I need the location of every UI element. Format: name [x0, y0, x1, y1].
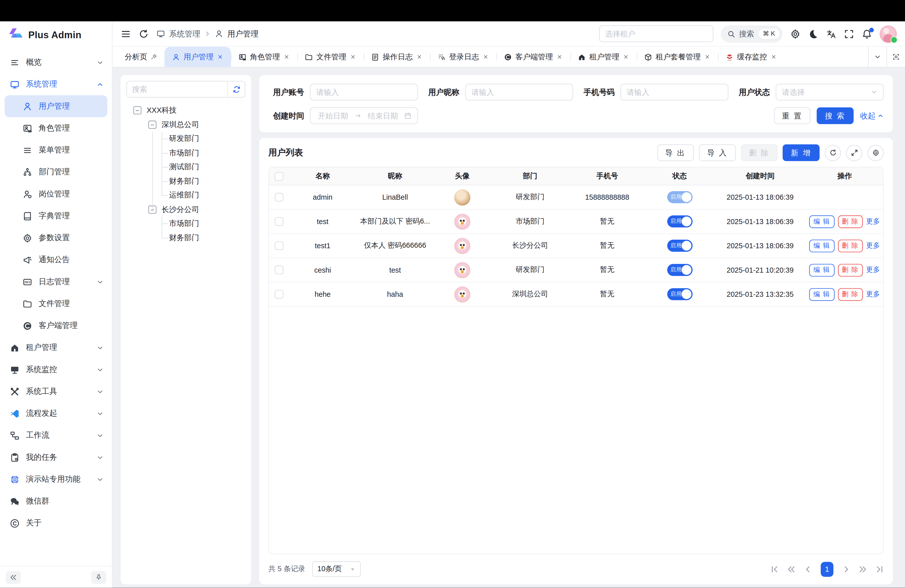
sidebar-item-流程发起[interactable]: 流程发起 — [0, 402, 112, 424]
tree-node-研发部门[interactable]: 研发部门 — [127, 132, 245, 146]
dark-mode-moon-icon[interactable] — [808, 29, 818, 39]
tab-租户套餐管理[interactable]: 租户套餐管理 — [637, 47, 718, 67]
tenant-select-input[interactable] — [599, 25, 713, 42]
edit-button[interactable]: 编 辑 — [810, 264, 834, 277]
tab-分析页[interactable]: 分析页 — [117, 47, 164, 67]
row-checkbox[interactable] — [275, 265, 283, 274]
status-toggle[interactable]: 启用 — [667, 288, 692, 300]
table-fullscreen-button[interactable] — [846, 145, 862, 161]
delete-row-button[interactable]: 删 除 — [838, 215, 862, 228]
tree-search-input[interactable] — [127, 85, 227, 93]
sidebar-item-系统监控[interactable]: 系统监控 — [0, 359, 112, 380]
tab-客户端管理[interactable]: 客户端管理 — [496, 47, 570, 67]
sidebar-item-关于[interactable]: 关于 — [0, 512, 112, 534]
more-actions-link[interactable]: 更多 — [866, 265, 880, 275]
status-toggle[interactable]: 启用 — [667, 215, 692, 227]
sidebar-item-系统工具[interactable]: 系统工具 — [0, 380, 112, 402]
prev-page-button[interactable] — [804, 565, 812, 573]
collapse-filters-link[interactable]: 收起 — [860, 111, 884, 121]
row-checkbox[interactable] — [275, 242, 283, 250]
close-tab-icon[interactable] — [770, 54, 777, 60]
phone-input[interactable] — [621, 84, 728, 100]
tab-文件管理[interactable]: 文件管理 — [297, 47, 364, 67]
sidebar-item-文件管理[interactable]: 文件管理 — [0, 293, 112, 315]
sidebar-item-岗位管理[interactable]: 岗位管理 — [0, 183, 112, 205]
edit-button[interactable]: 编 辑 — [810, 215, 834, 228]
delete-row-button[interactable]: 删 除 — [838, 264, 862, 277]
tab-缓存监控[interactable]: redis缓存监控 — [718, 47, 784, 67]
sidebar-item-演示站专用功能[interactable]: 演示站专用功能 — [0, 468, 112, 490]
close-tab-icon[interactable] — [283, 54, 290, 60]
sidebar-item-概览[interactable]: 概览 — [0, 51, 112, 73]
language-translate-icon[interactable] — [826, 29, 836, 39]
page-size-select[interactable]: 10条/页 — [312, 561, 361, 577]
prev-group-button[interactable] — [788, 565, 795, 573]
edit-button[interactable]: 编 辑 — [810, 240, 834, 252]
tree-node-市场部门[interactable]: 市场部门 — [127, 216, 245, 230]
sidebar-item-我的任务[interactable]: 我的任务 — [0, 447, 112, 468]
tree-node-测试部门[interactable]: 测试部门 — [127, 160, 245, 174]
delete-row-button[interactable]: 删 除 — [838, 288, 862, 301]
more-actions-link[interactable]: 更多 — [866, 241, 880, 251]
row-checkbox[interactable] — [275, 193, 283, 202]
sidebar-pin-button[interactable] — [91, 571, 106, 584]
select-all-checkbox[interactable] — [275, 172, 283, 180]
tree-collapse-icon[interactable]: − — [133, 106, 141, 114]
sidebar-item-日志管理[interactable]: DEV日志管理 — [0, 271, 112, 293]
tabs-dropdown-button[interactable] — [868, 47, 886, 67]
tree-node-深圳总公司[interactable]: −深圳总公司 — [127, 118, 245, 132]
settings-gear-icon[interactable] — [790, 29, 800, 39]
status-toggle[interactable]: 启用 — [667, 264, 692, 276]
sidebar-item-角色管理[interactable]: 角色管理 — [0, 117, 112, 139]
edit-button[interactable]: 编 辑 — [810, 288, 834, 301]
close-tab-icon[interactable] — [350, 54, 356, 60]
tab-登录日志[interactable]: 登录日志 — [430, 47, 496, 67]
status-select[interactable]: 请选择 — [776, 84, 884, 100]
tab-角色管理[interactable]: 角色管理 — [231, 47, 297, 67]
status-toggle[interactable]: 启用 — [667, 191, 692, 203]
sidebar-item-系统管理[interactable]: 系统管理 — [0, 73, 112, 95]
last-page-button[interactable] — [876, 565, 884, 573]
tree-node-运维部门[interactable]: 运维部门 — [127, 188, 245, 202]
menu-toggle-icon[interactable] — [121, 29, 131, 39]
tree-node-财务部门[interactable]: 财务部门 — [127, 230, 245, 245]
sidebar-collapse-button[interactable] — [6, 571, 21, 584]
table-settings-button[interactable] — [867, 145, 884, 161]
close-tab-icon[interactable] — [483, 54, 489, 60]
tab-操作日志[interactable]: 操作日志 — [364, 47, 430, 67]
more-actions-link[interactable]: 更多 — [866, 289, 880, 299]
search-button[interactable]: 搜 索 — [817, 107, 854, 124]
notification-bell-icon[interactable] — [862, 29, 872, 39]
delete-button[interactable]: 删 除 — [741, 145, 778, 161]
import-button[interactable]: 导 入 — [699, 145, 736, 161]
fullscreen-icon[interactable] — [844, 29, 854, 39]
nickname-input[interactable] — [465, 84, 573, 100]
pin-icon[interactable] — [151, 54, 157, 60]
tree-node-财务部门[interactable]: 财务部门 — [127, 174, 245, 188]
global-search-button[interactable]: 搜索 ⌘ K — [721, 25, 783, 43]
tree-refresh-icon[interactable] — [227, 81, 245, 97]
account-input[interactable] — [310, 84, 418, 100]
table-refresh-button[interactable] — [825, 145, 841, 161]
sidebar-item-菜单管理[interactable]: 菜单管理 — [0, 139, 112, 161]
first-page-button[interactable] — [770, 565, 778, 573]
export-button[interactable]: 导 出 — [657, 145, 694, 161]
more-actions-link[interactable]: 更多 — [866, 216, 880, 226]
sidebar-item-部门管理[interactable]: 部门管理 — [0, 161, 112, 183]
add-button[interactable]: 新 增 — [783, 145, 819, 161]
close-tab-icon[interactable] — [416, 54, 422, 60]
content-fullscreen-button[interactable] — [887, 47, 905, 67]
sidebar-item-工作流[interactable]: 工作流 — [0, 424, 112, 446]
delete-row-button[interactable]: 删 除 — [838, 240, 862, 252]
user-avatar[interactable] — [880, 25, 897, 43]
refresh-page-icon[interactable] — [138, 29, 149, 39]
sidebar-item-参数设置[interactable]: 参数设置 — [0, 227, 112, 249]
tree-node-长沙分公司[interactable]: −长沙分公司 — [127, 202, 245, 216]
sidebar-item-租户管理[interactable]: 租户管理 — [0, 337, 112, 359]
close-tab-icon[interactable] — [704, 54, 710, 60]
sidebar-item-通知公告[interactable]: 通知公告 — [0, 249, 112, 271]
next-page-button[interactable] — [842, 565, 850, 573]
date-range-picker[interactable]: 开始日期 结束日期 — [310, 107, 418, 124]
tree-node-市场部门[interactable]: 市场部门 — [127, 146, 245, 160]
next-group-button[interactable] — [859, 565, 867, 573]
